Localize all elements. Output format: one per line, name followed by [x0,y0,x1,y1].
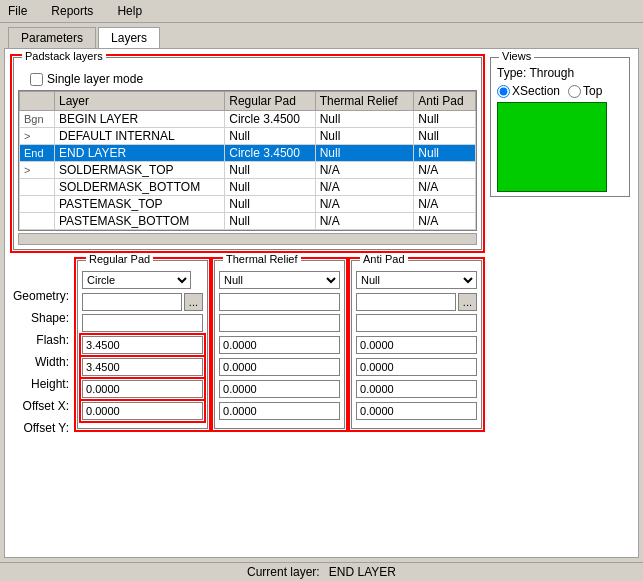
table-row[interactable]: BgnBEGIN LAYERCircle 3.4500NullNull [20,111,476,128]
padstack-group-title: Padstack layers [22,50,106,62]
thermal-offsety-input[interactable] [219,402,340,420]
status-bar: Current layer: END LAYER [0,562,643,581]
row-layer: END LAYER [55,145,225,162]
tab-layers[interactable]: Layers [98,27,160,48]
regular-width-input[interactable] [82,336,203,354]
thermal-flash-input[interactable] [219,314,340,332]
regular-offsety-input[interactable] [82,402,203,420]
row-thermal: Null [315,145,414,162]
anti-shape-input[interactable] [356,293,456,311]
row-regular: Circle 3.4500 [225,111,315,128]
row-layer: PASTEMASK_TOP [55,196,225,213]
regular-flash-input[interactable] [82,314,203,332]
thermal-offsetx-input[interactable] [219,380,340,398]
table-row[interactable]: SOLDERMASK_BOTTOMNullN/AN/A [20,179,476,196]
row-layer: SOLDERMASK_TOP [55,162,225,179]
anti-height-input[interactable] [356,358,477,376]
anti-pad-title: Anti Pad [360,253,408,265]
table-row[interactable]: PASTEMASK_BOTTOMNullN/AN/A [20,213,476,230]
regular-shape-input[interactable] [82,293,182,311]
regular-shape-btn[interactable]: ... [184,293,203,311]
views-radio-row: XSection Top [497,84,623,98]
geometry-outer-label: Geometry: [13,286,73,306]
top-radio[interactable] [568,85,581,98]
flash-outer-label: Flash: [13,330,73,350]
thermal-flash-row [219,314,340,334]
row-layer: DEFAULT INTERNAL [55,128,225,145]
col-thermal: Thermal Relief [315,92,414,111]
thermal-offsetx-row [219,380,340,400]
main-window: File Reports Help Parameters Layers Pads… [0,0,643,581]
single-layer-mode-row: Single layer mode [30,72,477,86]
row-anti: Null [414,111,476,128]
regular-offsetx-input[interactable] [82,380,203,398]
tab-parameters[interactable]: Parameters [8,27,96,48]
views-group: Views Type: Through XSection Top [490,57,630,197]
views-title: Views [499,50,534,62]
thermal-width-input[interactable] [219,336,340,354]
row-anti: N/A [414,162,476,179]
regular-geometry-select[interactable]: Circle [82,271,191,289]
left-panel: Padstack layers Single layer mode Layer … [13,57,482,549]
anti-geometry-select[interactable]: Null [356,271,477,289]
thermal-height-input[interactable] [219,358,340,376]
col-regular: Regular Pad [225,92,315,111]
regular-pad-title: Regular Pad [86,253,153,265]
current-layer-value: END LAYER [329,565,396,579]
thermal-shape-row [219,292,340,312]
row-prefix: > [20,128,55,145]
single-layer-checkbox[interactable] [30,73,43,86]
shape-outer-label: Shape: [13,308,73,328]
regular-height-input[interactable] [82,358,203,376]
row-prefix: End [20,145,55,162]
row-thermal: Null [315,111,414,128]
menu-help[interactable]: Help [113,2,146,20]
views-type-row: Type: Through [497,66,623,80]
row-thermal: Null [315,128,414,145]
regular-offsetx-row [82,380,203,400]
top-label[interactable]: Top [568,84,602,98]
anti-width-input[interactable] [356,336,477,354]
row-prefix [20,213,55,230]
width-outer-label: Width: [13,352,73,372]
table-row[interactable]: >SOLDERMASK_TOPNullN/AN/A [20,162,476,179]
anti-shape-btn[interactable]: ... [458,293,477,311]
col-layer: Layer [55,92,225,111]
view-preview [497,102,607,192]
table-row[interactable]: >DEFAULT INTERNALNullNullNull [20,128,476,145]
row-regular: Null [225,196,315,213]
anti-offsetx-row [356,380,477,400]
menu-file[interactable]: File [4,2,31,20]
anti-offsety-input[interactable] [356,402,477,420]
thermal-height-row [219,358,340,378]
regular-flash-row [82,314,203,334]
row-layer: PASTEMASK_BOTTOM [55,213,225,230]
anti-flash-input[interactable] [356,314,477,332]
anti-pad-group: Anti Pad Null ... [351,260,482,429]
xsection-radio[interactable] [497,85,510,98]
thermal-pad-group: Thermal Relief Null [214,260,345,429]
tabs: Parameters Layers [0,23,643,48]
thermal-offsety-row [219,402,340,422]
menu-reports[interactable]: Reports [47,2,97,20]
col-anti: Anti Pad [414,92,476,111]
regular-height-row [82,358,203,378]
row-regular: Circle 3.4500 [225,145,315,162]
regular-width-row [82,336,203,356]
thermal-geometry-select[interactable]: Null [219,271,340,289]
row-layer: SOLDERMASK_BOTTOM [55,179,225,196]
table-row[interactable]: EndEND LAYERCircle 3.4500NullNull [20,145,476,162]
table-row[interactable]: PASTEMASK_TOPNullN/AN/A [20,196,476,213]
row-thermal: N/A [315,179,414,196]
single-layer-label: Single layer mode [47,72,143,86]
anti-flash-row [356,314,477,334]
xsection-label[interactable]: XSection [497,84,560,98]
right-panel: Views Type: Through XSection Top [490,57,630,549]
horizontal-scrollbar[interactable] [18,233,477,245]
row-regular: Null [225,128,315,145]
main-content: Padstack layers Single layer mode Layer … [4,48,639,558]
anti-offsetx-input[interactable] [356,380,477,398]
thermal-shape-input[interactable] [219,293,340,311]
regular-shape-row: ... [82,292,203,312]
row-prefix [20,196,55,213]
